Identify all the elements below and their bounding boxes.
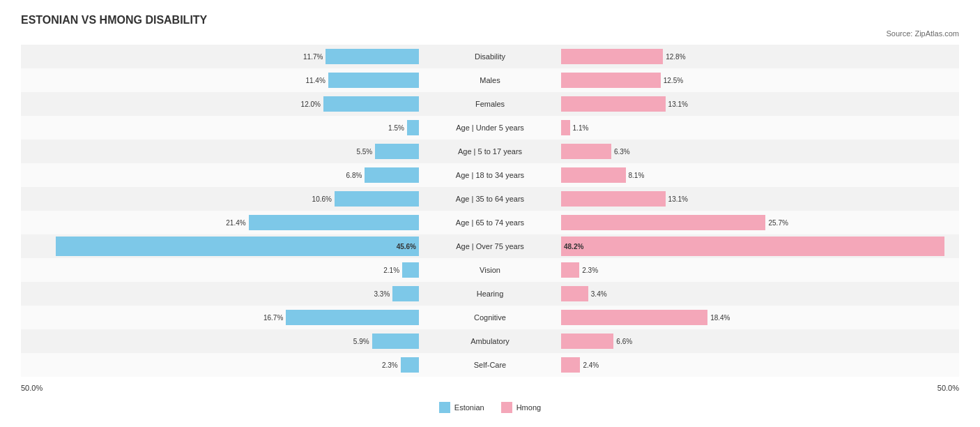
chart-title: ESTONIAN VS HMONG DISABILITY <box>21 14 959 27</box>
row-label: Age | 35 to 64 years <box>420 195 560 203</box>
bar-row: 21.4%Age | 65 to 74 years25.7% <box>21 211 959 234</box>
bar-row: 11.7%Disability12.8% <box>21 45 959 68</box>
row-label: Ambulatory <box>420 337 560 345</box>
left-side: 3.3% <box>21 282 420 306</box>
right-side: 2.4% <box>560 353 959 377</box>
bar-row: 45.6%45.6%Age | Over 75 years48.2%48.2% <box>21 234 959 258</box>
bar-estonian <box>372 334 419 349</box>
right-value: 2.4% <box>583 361 608 369</box>
right-side: 8.1% <box>560 163 959 187</box>
right-side: 12.5% <box>560 68 959 92</box>
left-value: 2.1% <box>374 267 399 274</box>
bar-estonian <box>335 191 419 207</box>
bar-hmong <box>561 310 707 325</box>
left-side: 5.9% <box>21 329 420 353</box>
row-label: Disability <box>420 52 560 61</box>
bar-row: 11.4%Males12.5% <box>21 68 959 92</box>
axis-row: 50.0% 50.0% <box>21 380 959 396</box>
legend: Estonian Hmong <box>21 402 959 413</box>
left-value: 21.4% <box>221 219 246 227</box>
bar-estonian: 45.6% <box>56 237 419 256</box>
bar-estonian <box>392 286 419 301</box>
bar-row: 6.8%Age | 18 to 34 years8.1% <box>21 163 959 187</box>
bar-hmong <box>561 334 613 349</box>
bar-hmong <box>561 215 765 230</box>
left-value: 1.5% <box>379 124 404 132</box>
right-side: 25.7% <box>560 211 959 234</box>
row-label: Cognitive <box>420 313 560 322</box>
bar-hmong <box>561 262 579 278</box>
right-side: 2.3% <box>560 258 959 282</box>
right-side: 13.1% <box>560 187 959 211</box>
left-side: 2.1% <box>21 258 420 282</box>
bar-estonian <box>328 73 419 88</box>
left-side: 21.4% <box>21 211 420 234</box>
right-value: 6.6% <box>616 338 641 345</box>
bar-estonian <box>402 262 419 278</box>
right-side: 48.2%48.2% <box>560 234 959 258</box>
left-value: 2.3% <box>373 361 398 369</box>
chart-container: 11.7%Disability12.8%11.4%Males12.5%12.0%… <box>21 45 959 413</box>
bar-hmong <box>561 357 580 373</box>
bar-estonian <box>401 357 419 373</box>
left-value: 11.4% <box>300 77 326 84</box>
row-label: Males <box>420 76 560 84</box>
legend-swatch-estonian <box>439 402 450 413</box>
bar-row: 5.9%Ambulatory6.6% <box>21 329 959 353</box>
bar-hmong <box>561 120 570 135</box>
bar-hmong <box>561 73 661 88</box>
left-side: 11.7% <box>21 45 420 68</box>
right-value: 13.1% <box>668 100 694 108</box>
right-side: 6.6% <box>560 329 959 353</box>
left-side: 45.6%45.6% <box>21 234 420 258</box>
bar-row: 3.3%Hearing3.4% <box>21 282 959 306</box>
right-value: 13.1% <box>668 195 694 203</box>
right-value: 2.3% <box>582 267 607 274</box>
bar-row: 2.1%Vision2.3% <box>21 258 959 282</box>
right-side: 18.4% <box>560 306 959 329</box>
left-value: 11.7% <box>298 53 323 61</box>
right-value: 1.1% <box>573 124 598 132</box>
legend-label-estonian: Estonian <box>454 403 484 412</box>
legend-item-estonian: Estonian <box>439 402 484 413</box>
legend-label-hmong: Hmong <box>516 403 541 412</box>
bar-hmong <box>561 191 666 207</box>
left-side: 11.4% <box>21 68 420 92</box>
left-side: 1.5% <box>21 116 420 140</box>
right-value: 18.4% <box>710 314 735 322</box>
left-value: 5.9% <box>344 338 369 345</box>
row-label: Age | 5 to 17 years <box>420 147 560 156</box>
bar-hmong <box>561 96 666 112</box>
left-side: 12.0% <box>21 92 420 116</box>
row-label: Age | 65 to 74 years <box>420 218 560 227</box>
bar-row: 2.3%Self-Care2.4% <box>21 353 959 377</box>
right-value: 25.7% <box>768 219 793 227</box>
legend-item-hmong: Hmong <box>501 402 541 413</box>
bar-row: 1.5%Age | Under 5 years1.1% <box>21 116 959 140</box>
right-side: 13.1% <box>560 92 959 116</box>
right-value: 3.4% <box>591 290 616 298</box>
axis-right-label: 50.0% <box>560 384 959 392</box>
right-side: 1.1% <box>560 116 959 140</box>
bar-estonian <box>407 120 419 135</box>
row-label: Age | 18 to 34 years <box>420 171 560 179</box>
right-value: 12.8% <box>666 53 691 61</box>
bar-hmong: 48.2% <box>561 237 944 256</box>
bar-hmong <box>561 49 663 64</box>
left-side: 5.5% <box>21 140 420 163</box>
right-value: 8.1% <box>629 172 654 179</box>
bar-estonian <box>323 96 419 112</box>
bar-row: 16.7%Cognitive18.4% <box>21 306 959 329</box>
bar-estonian <box>375 144 419 159</box>
left-value: 6.8% <box>337 172 362 179</box>
row-label: Self-Care <box>420 361 560 369</box>
left-value: 5.5% <box>347 148 372 156</box>
bar-estonian <box>286 310 419 325</box>
left-side: 2.3% <box>21 353 420 377</box>
bar-estonian <box>365 167 419 183</box>
left-side: 10.6% <box>21 187 420 211</box>
row-label: Age | Over 75 years <box>420 242 560 250</box>
right-value: 12.5% <box>664 77 689 84</box>
bar-row: 10.6%Age | 35 to 64 years13.1% <box>21 187 959 211</box>
bars-area: 11.7%Disability12.8%11.4%Males12.5%12.0%… <box>21 45 959 377</box>
